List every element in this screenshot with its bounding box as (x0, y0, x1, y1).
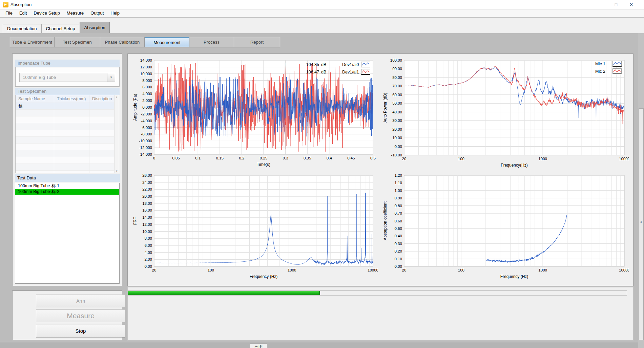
svg-text:0.3: 0.3 (283, 156, 288, 160)
table-row[interactable] (16, 157, 119, 164)
svg-text:2.000: 2.000 (142, 99, 152, 103)
maximize-button[interactable]: □ (608, 0, 624, 9)
test-data-list[interactable]: 100mm Big Tube-棉-1100mm Big Tube-棉-2 (15, 183, 120, 284)
table-row[interactable] (16, 116, 119, 123)
tab-documentation[interactable]: Documentation (3, 24, 41, 33)
subtab-report[interactable]: Report (234, 37, 280, 47)
menu-help[interactable]: Help (107, 9, 123, 17)
table-cell (54, 144, 89, 150)
table-cell (16, 123, 54, 130)
svg-text:100.00: 100.00 (390, 58, 402, 62)
table-cell (89, 116, 115, 123)
impedance-tube-select[interactable]: 100mm Big Tube ▼ (19, 73, 115, 82)
svg-text:0.5: 0.5 (370, 156, 376, 160)
table-cell (54, 171, 89, 173)
svg-text:0.15: 0.15 (216, 156, 224, 160)
test-data-item[interactable]: 100mm Big Tube-棉-2 (15, 189, 119, 195)
svg-text:1000: 1000 (288, 268, 296, 272)
test-data-item[interactable]: 100mm Big Tube-棉-1 (15, 183, 119, 189)
svg-text:20.00: 20.00 (392, 127, 402, 131)
menu-file[interactable]: File (2, 9, 16, 17)
svg-text:100: 100 (458, 157, 464, 161)
svg-text:Absorption coefficient: Absorption coefficient (383, 201, 388, 240)
table-row[interactable] (16, 110, 119, 116)
stop-button[interactable]: Stop (36, 325, 125, 338)
collapse-left-icon[interactable]: < (640, 220, 642, 224)
ai0-legend-icon[interactable] (361, 62, 370, 67)
svg-text:10.000: 10.000 (140, 72, 152, 76)
table-row[interactable] (16, 130, 119, 137)
vertical-scrollbar[interactable]: < (638, 33, 644, 348)
svg-text:0.50: 0.50 (395, 226, 402, 231)
column-header-discription[interactable]: Discription (89, 95, 115, 103)
table-row[interactable] (16, 123, 119, 130)
svg-text:0.00: 0.00 (395, 264, 402, 268)
sub-tab-bar: Tube & EnvironmentTest SpecimenPhase Cal… (10, 37, 280, 47)
test-specimen-header: Test Specimen (15, 88, 120, 95)
menu-output[interactable]: Output (87, 9, 107, 17)
menu-measure[interactable]: Measure (63, 9, 87, 17)
vertical-scrollbar-thumb[interactable]: < (639, 108, 644, 340)
table-cell (89, 103, 115, 110)
test-specimen-table[interactable]: Sample NameThickness(mm)Discription 棉 ∧ … (15, 95, 119, 173)
table-cell (16, 137, 54, 144)
chevron-down-icon[interactable]: ▼ (107, 73, 115, 82)
svg-text:-4.000: -4.000 (141, 119, 152, 123)
svg-text:10000: 10000 (368, 268, 378, 272)
scroll-up-icon[interactable]: ∧ (115, 96, 119, 99)
progress-bar (128, 290, 627, 296)
subtab-process[interactable]: Process (189, 37, 234, 47)
tab-channel-setup[interactable]: Channel Setup (41, 24, 79, 33)
svg-text:1.00: 1.00 (395, 189, 402, 193)
arm-button[interactable]: Arm (36, 295, 125, 307)
subtab-phase-calibration[interactable]: Phase Calibration (100, 37, 145, 47)
column-header-thickness-mm[interactable]: Thickness(mm) (54, 95, 89, 103)
column-header-sample-name[interactable]: Sample Name (16, 95, 54, 103)
window-title: Absorption (11, 2, 32, 7)
svg-text:60.00: 60.00 (392, 93, 402, 97)
svg-text:12.00: 12.00 (142, 222, 152, 226)
measure-button[interactable]: Measure (36, 309, 125, 322)
table-cell (54, 157, 89, 164)
mic2-legend-icon[interactable] (612, 68, 622, 74)
table-cell (54, 123, 89, 130)
table-row[interactable] (16, 137, 119, 144)
subtab-tube-environment[interactable]: Tube & Environment (10, 37, 55, 47)
table-cell (16, 110, 54, 116)
menu-bar: FileEditDevice SetupMeasureOutputHelp (0, 9, 644, 17)
svg-text:0: 0 (153, 156, 155, 160)
tab-absorption[interactable]: Absorption (80, 22, 109, 33)
mic1-legend-icon[interactable] (612, 61, 622, 67)
bottom-tab-draw[interactable]: 画图 (250, 344, 267, 348)
svg-text:10000: 10000 (619, 157, 629, 161)
svg-text:40.00: 40.00 (392, 110, 402, 114)
menu-edit[interactable]: Edit (16, 9, 30, 17)
minimize-button[interactable]: – (593, 0, 608, 9)
scroll-down-icon[interactable]: ∨ (115, 169, 119, 172)
table-row[interactable] (16, 144, 119, 150)
menu-device-setup[interactable]: Device Setup (30, 9, 63, 17)
table-cell (89, 123, 115, 130)
table-cell (89, 157, 115, 164)
specimen-table-scrollbar[interactable]: ∧ ∨ (114, 95, 119, 173)
mic1-legend-label: Mic 1 (595, 62, 605, 66)
table-row[interactable] (16, 164, 119, 171)
ai1-legend-icon[interactable] (361, 69, 370, 75)
svg-text:-8.000: -8.000 (141, 132, 152, 136)
table-row[interactable] (16, 150, 119, 157)
svg-text:1.10: 1.10 (395, 181, 402, 185)
subtab-measurement[interactable]: Measurement (145, 37, 189, 47)
svg-text:0.25: 0.25 (260, 156, 267, 160)
svg-text:10000: 10000 (619, 268, 629, 272)
svg-text:10.00: 10.00 (142, 230, 152, 234)
table-row[interactable]: 棉 (16, 103, 119, 110)
table-row[interactable] (16, 171, 119, 173)
subtab-test-specimen[interactable]: Test Specimen (55, 37, 100, 47)
level-readout-ai0: 104.35 (298, 62, 319, 67)
svg-text:80.00: 80.00 (392, 75, 402, 80)
table-cell (16, 144, 54, 150)
svg-text:-6.000: -6.000 (141, 126, 152, 130)
mic2-legend-label: Mic 2 (595, 69, 605, 74)
close-button[interactable]: ✕ (624, 0, 639, 9)
table-cell (54, 110, 89, 116)
